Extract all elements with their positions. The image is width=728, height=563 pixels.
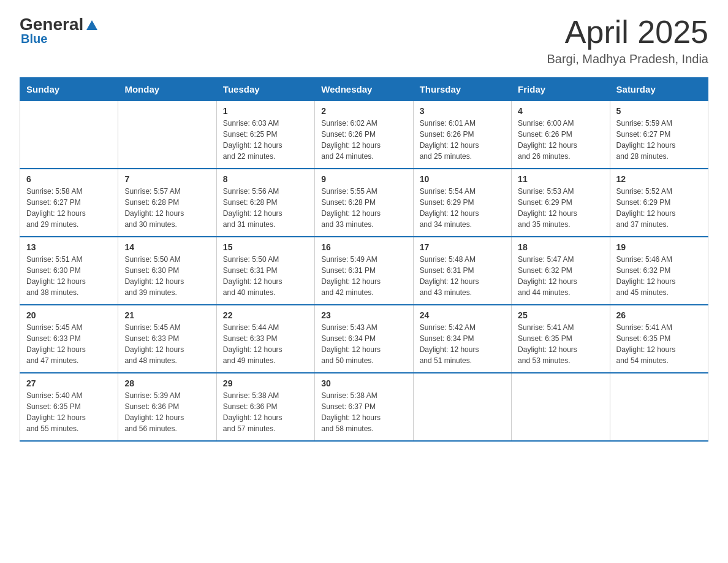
calendar-cell: 13Sunrise: 5:51 AMSunset: 6:30 PMDayligh… xyxy=(20,237,118,305)
logo-icon xyxy=(85,19,99,30)
logo: General Blue xyxy=(20,15,99,46)
day-info: Sunrise: 5:38 AMSunset: 6:36 PMDaylight:… xyxy=(223,390,308,434)
day-number: 4 xyxy=(518,106,603,116)
calendar-cell: 29Sunrise: 5:38 AMSunset: 6:36 PMDayligh… xyxy=(216,373,314,441)
day-number: 18 xyxy=(518,242,603,252)
day-info: Sunrise: 6:03 AMSunset: 6:25 PMDaylight:… xyxy=(223,118,308,162)
day-number: 9 xyxy=(321,174,406,184)
day-number: 25 xyxy=(518,310,603,320)
day-info: Sunrise: 5:41 AMSunset: 6:35 PMDaylight:… xyxy=(518,322,603,366)
calendar-subtitle: Bargi, Madhya Pradesh, India xyxy=(547,52,709,66)
calendar-cell: 10Sunrise: 5:54 AMSunset: 6:29 PMDayligh… xyxy=(413,169,511,237)
day-number: 27 xyxy=(26,378,112,388)
day-number: 5 xyxy=(616,106,702,116)
day-info: Sunrise: 5:50 AMSunset: 6:31 PMDaylight:… xyxy=(223,254,308,298)
calendar-cell: 11Sunrise: 5:53 AMSunset: 6:29 PMDayligh… xyxy=(512,169,610,237)
calendar-cell: 7Sunrise: 5:57 AMSunset: 6:28 PMDaylight… xyxy=(118,169,216,237)
calendar-cell: 8Sunrise: 5:56 AMSunset: 6:28 PMDaylight… xyxy=(216,169,314,237)
calendar-week-row: 13Sunrise: 5:51 AMSunset: 6:30 PMDayligh… xyxy=(20,237,708,305)
calendar-cell: 2Sunrise: 6:02 AMSunset: 6:26 PMDaylight… xyxy=(315,101,413,169)
calendar-week-row: 27Sunrise: 5:40 AMSunset: 6:35 PMDayligh… xyxy=(20,373,708,441)
calendar-week-row: 6Sunrise: 5:58 AMSunset: 6:27 PMDaylight… xyxy=(20,169,708,237)
calendar-cell: 21Sunrise: 5:45 AMSunset: 6:33 PMDayligh… xyxy=(118,305,216,373)
calendar-cell xyxy=(20,101,118,169)
calendar-cell xyxy=(512,373,610,441)
day-number: 3 xyxy=(420,106,505,116)
day-number: 8 xyxy=(223,174,308,184)
day-info: Sunrise: 5:45 AMSunset: 6:33 PMDaylight:… xyxy=(26,322,112,366)
day-info: Sunrise: 5:47 AMSunset: 6:32 PMDaylight:… xyxy=(518,254,603,298)
calendar-title: April 2025 xyxy=(547,15,709,50)
day-number: 6 xyxy=(26,174,112,184)
day-number: 30 xyxy=(321,378,406,388)
title-area: April 2025 Bargi, Madhya Pradesh, India xyxy=(547,15,709,66)
calendar-cell xyxy=(610,373,708,441)
day-number: 23 xyxy=(321,310,406,320)
weekday-header: Thursday xyxy=(413,78,511,101)
calendar-cell: 19Sunrise: 5:46 AMSunset: 6:32 PMDayligh… xyxy=(610,237,708,305)
day-number: 19 xyxy=(616,242,702,252)
calendar-table: SundayMondayTuesdayWednesdayThursdayFrid… xyxy=(20,77,708,442)
day-info: Sunrise: 5:59 AMSunset: 6:27 PMDaylight:… xyxy=(616,118,702,162)
day-info: Sunrise: 5:55 AMSunset: 6:28 PMDaylight:… xyxy=(321,186,406,230)
day-info: Sunrise: 5:50 AMSunset: 6:30 PMDaylight:… xyxy=(124,254,210,298)
day-info: Sunrise: 5:53 AMSunset: 6:29 PMDaylight:… xyxy=(518,186,603,230)
day-info: Sunrise: 5:52 AMSunset: 6:29 PMDaylight:… xyxy=(616,186,702,230)
day-number: 14 xyxy=(124,242,210,252)
day-info: Sunrise: 5:51 AMSunset: 6:30 PMDaylight:… xyxy=(26,254,112,298)
logo-blue-text: Blue xyxy=(21,32,47,46)
calendar-cell: 18Sunrise: 5:47 AMSunset: 6:32 PMDayligh… xyxy=(512,237,610,305)
day-info: Sunrise: 5:42 AMSunset: 6:34 PMDaylight:… xyxy=(420,322,505,366)
day-number: 28 xyxy=(124,378,210,388)
calendar-cell: 25Sunrise: 5:41 AMSunset: 6:35 PMDayligh… xyxy=(512,305,610,373)
page-header: General Blue April 2025 Bargi, Madhya Pr… xyxy=(20,15,708,66)
day-info: Sunrise: 5:39 AMSunset: 6:36 PMDaylight:… xyxy=(124,390,210,434)
day-info: Sunrise: 5:58 AMSunset: 6:27 PMDaylight:… xyxy=(26,186,112,230)
calendar-cell: 3Sunrise: 6:01 AMSunset: 6:26 PMDaylight… xyxy=(413,101,511,169)
day-info: Sunrise: 6:00 AMSunset: 6:26 PMDaylight:… xyxy=(518,118,603,162)
calendar-cell: 28Sunrise: 5:39 AMSunset: 6:36 PMDayligh… xyxy=(118,373,216,441)
calendar-cell: 17Sunrise: 5:48 AMSunset: 6:31 PMDayligh… xyxy=(413,237,511,305)
day-number: 26 xyxy=(616,310,702,320)
day-number: 1 xyxy=(223,106,308,116)
day-number: 7 xyxy=(124,174,210,184)
day-number: 20 xyxy=(26,310,112,320)
day-number: 10 xyxy=(420,174,505,184)
calendar-cell: 9Sunrise: 5:55 AMSunset: 6:28 PMDaylight… xyxy=(315,169,413,237)
day-number: 2 xyxy=(321,106,406,116)
calendar-week-row: 1Sunrise: 6:03 AMSunset: 6:25 PMDaylight… xyxy=(20,101,708,169)
day-info: Sunrise: 5:54 AMSunset: 6:29 PMDaylight:… xyxy=(420,186,505,230)
day-number: 17 xyxy=(420,242,505,252)
calendar-week-row: 20Sunrise: 5:45 AMSunset: 6:33 PMDayligh… xyxy=(20,305,708,373)
day-number: 21 xyxy=(124,310,210,320)
calendar-cell: 23Sunrise: 5:43 AMSunset: 6:34 PMDayligh… xyxy=(315,305,413,373)
day-info: Sunrise: 5:49 AMSunset: 6:31 PMDaylight:… xyxy=(321,254,406,298)
day-info: Sunrise: 5:43 AMSunset: 6:34 PMDaylight:… xyxy=(321,322,406,366)
calendar-cell: 24Sunrise: 5:42 AMSunset: 6:34 PMDayligh… xyxy=(413,305,511,373)
calendar-cell: 4Sunrise: 6:00 AMSunset: 6:26 PMDaylight… xyxy=(512,101,610,169)
day-info: Sunrise: 5:46 AMSunset: 6:32 PMDaylight:… xyxy=(616,254,702,298)
calendar-cell xyxy=(118,101,216,169)
calendar-cell: 20Sunrise: 5:45 AMSunset: 6:33 PMDayligh… xyxy=(20,305,118,373)
day-number: 22 xyxy=(223,310,308,320)
day-number: 16 xyxy=(321,242,406,252)
day-info: Sunrise: 5:56 AMSunset: 6:28 PMDaylight:… xyxy=(223,186,308,230)
calendar-cell: 16Sunrise: 5:49 AMSunset: 6:31 PMDayligh… xyxy=(315,237,413,305)
day-info: Sunrise: 5:44 AMSunset: 6:33 PMDaylight:… xyxy=(223,322,308,366)
calendar-cell: 27Sunrise: 5:40 AMSunset: 6:35 PMDayligh… xyxy=(20,373,118,441)
svg-marker-0 xyxy=(86,20,97,30)
calendar-cell: 12Sunrise: 5:52 AMSunset: 6:29 PMDayligh… xyxy=(610,169,708,237)
day-info: Sunrise: 5:41 AMSunset: 6:35 PMDaylight:… xyxy=(616,322,702,366)
day-info: Sunrise: 6:02 AMSunset: 6:26 PMDaylight:… xyxy=(321,118,406,162)
day-info: Sunrise: 5:48 AMSunset: 6:31 PMDaylight:… xyxy=(420,254,505,298)
weekday-header: Saturday xyxy=(610,78,708,101)
calendar-cell xyxy=(413,373,511,441)
day-info: Sunrise: 5:45 AMSunset: 6:33 PMDaylight:… xyxy=(124,322,210,366)
calendar-cell: 14Sunrise: 5:50 AMSunset: 6:30 PMDayligh… xyxy=(118,237,216,305)
calendar-cell: 15Sunrise: 5:50 AMSunset: 6:31 PMDayligh… xyxy=(216,237,314,305)
calendar-cell: 1Sunrise: 6:03 AMSunset: 6:25 PMDaylight… xyxy=(216,101,314,169)
day-number: 12 xyxy=(616,174,702,184)
weekday-header: Wednesday xyxy=(315,78,413,101)
weekday-header-row: SundayMondayTuesdayWednesdayThursdayFrid… xyxy=(20,78,708,101)
day-info: Sunrise: 5:57 AMSunset: 6:28 PMDaylight:… xyxy=(124,186,210,230)
